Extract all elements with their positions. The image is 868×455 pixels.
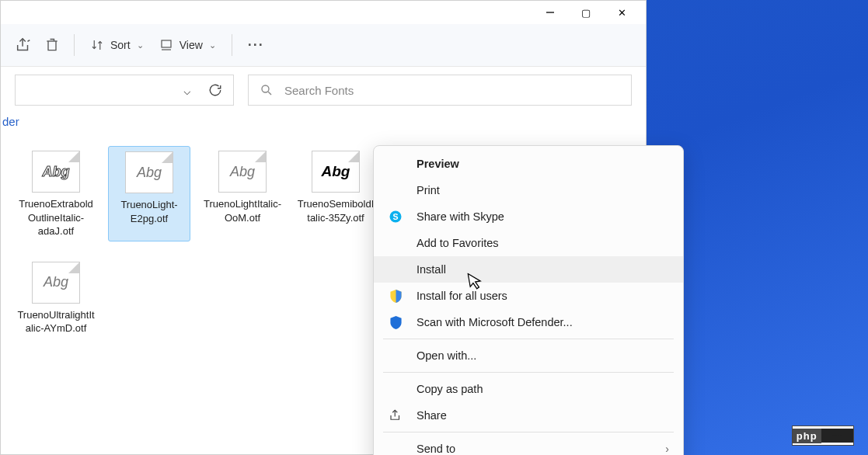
- file-item[interactable]: AbgTruenoSemiboldItalic-35Zy.otf: [295, 146, 377, 241]
- svg-rect-1: [162, 40, 171, 47]
- file-item[interactable]: AbgTruenoExtraboldOutlineItalic-adaJ.otf: [15, 146, 97, 241]
- ctx-print[interactable]: Print: [374, 177, 683, 203]
- ctx-preview[interactable]: Preview: [374, 151, 683, 177]
- ctx-separator: [383, 372, 674, 373]
- close-button[interactable]: ✕: [604, 1, 640, 24]
- delete-icon[interactable]: [44, 29, 60, 61]
- ctx-share[interactable]: Share: [374, 402, 683, 429]
- toolbar-divider: [232, 34, 232, 56]
- file-item[interactable]: AbgTruenoUltralightItalic-AYmD.otf: [15, 257, 97, 339]
- font-thumb-icon: Abg: [32, 262, 80, 304]
- svg-point-3: [262, 85, 269, 92]
- address-bar[interactable]: ⌵: [15, 75, 234, 106]
- file-item[interactable]: AbgTruenoLightItalic-OoM.otf: [201, 146, 284, 241]
- share-arrow-icon: [388, 408, 403, 423]
- file-name-label: TruenoExtraboldOutlineItalic-adaJ.otf: [16, 197, 96, 238]
- chevron-right-icon: ›: [665, 443, 669, 455]
- ctx-share-skype[interactable]: S Share with Skype: [374, 203, 683, 230]
- font-thumb-icon: Abg: [32, 151, 80, 193]
- watermark-left: php: [793, 429, 821, 443]
- file-name-label: TruenoLight-E2pg.otf: [110, 198, 188, 225]
- address-row: ⌵ Search Fonts: [1, 67, 646, 113]
- ctx-open-with[interactable]: Open with...: [374, 342, 683, 369]
- search-input[interactable]: Search Fonts: [248, 75, 632, 106]
- sort-icon: [90, 38, 104, 52]
- ctx-separator: [383, 339, 674, 339]
- window-titlebar: ▢ ✕: [1, 1, 646, 24]
- file-item[interactable]: AbgTruenoLight-E2pg.otf: [108, 146, 190, 241]
- sort-button[interactable]: Sort ⌄: [82, 33, 152, 57]
- ctx-copy-path[interactable]: Copy as path: [374, 376, 683, 402]
- watermark: php ····: [792, 425, 854, 446]
- ctx-scan-defender[interactable]: Scan with Microsoft Defender...: [374, 309, 683, 335]
- ctx-install[interactable]: Install: [374, 256, 683, 283]
- shield-icon: [388, 288, 403, 304]
- ctx-install-all-users[interactable]: Install for all users: [374, 283, 683, 309]
- view-button[interactable]: View ⌄: [152, 33, 224, 57]
- search-icon: [260, 83, 274, 97]
- breadcrumb[interactable]: der: [1, 113, 646, 138]
- svg-text:S: S: [392, 212, 398, 221]
- maximize-button[interactable]: ▢: [568, 1, 604, 24]
- chevron-down-icon[interactable]: ⌵: [183, 83, 191, 98]
- sort-label: Sort: [110, 39, 131, 51]
- mouse-cursor: [467, 271, 484, 292]
- font-thumb-icon: Abg: [312, 151, 360, 193]
- font-thumb-icon: Abg: [125, 151, 173, 193]
- chevron-down-icon: ⌄: [137, 40, 144, 50]
- font-thumb-icon: Abg: [218, 151, 267, 193]
- minimize-button[interactable]: [532, 1, 568, 24]
- refresh-icon[interactable]: [208, 83, 222, 97]
- defender-icon: [388, 314, 403, 330]
- svg-line-4: [268, 92, 271, 95]
- ctx-send-to[interactable]: Send to ›: [374, 436, 683, 455]
- file-name-label: TruenoLightItalic-OoM.otf: [203, 197, 282, 224]
- context-menu: Preview Print S Share with Skype Add to …: [373, 145, 684, 455]
- share-icon[interactable]: [15, 29, 32, 61]
- watermark-right: ····: [821, 429, 853, 443]
- toolbar: Sort ⌄ View ⌄ ···: [1, 24, 646, 67]
- more-button[interactable]: ···: [240, 33, 272, 58]
- skype-icon: S: [388, 209, 403, 224]
- search-placeholder: Search Fonts: [284, 84, 354, 97]
- file-name-label: TruenoUltralightItalic-AYmD.otf: [16, 308, 96, 335]
- toolbar-divider: [74, 34, 75, 56]
- file-name-label: TruenoSemiboldItalic-35Zy.otf: [296, 197, 375, 224]
- chevron-down-icon: ⌄: [209, 40, 216, 50]
- view-label: View: [180, 39, 203, 51]
- ctx-add-favorites[interactable]: Add to Favorites: [374, 230, 683, 256]
- view-icon: [159, 38, 173, 52]
- ctx-separator: [383, 432, 674, 432]
